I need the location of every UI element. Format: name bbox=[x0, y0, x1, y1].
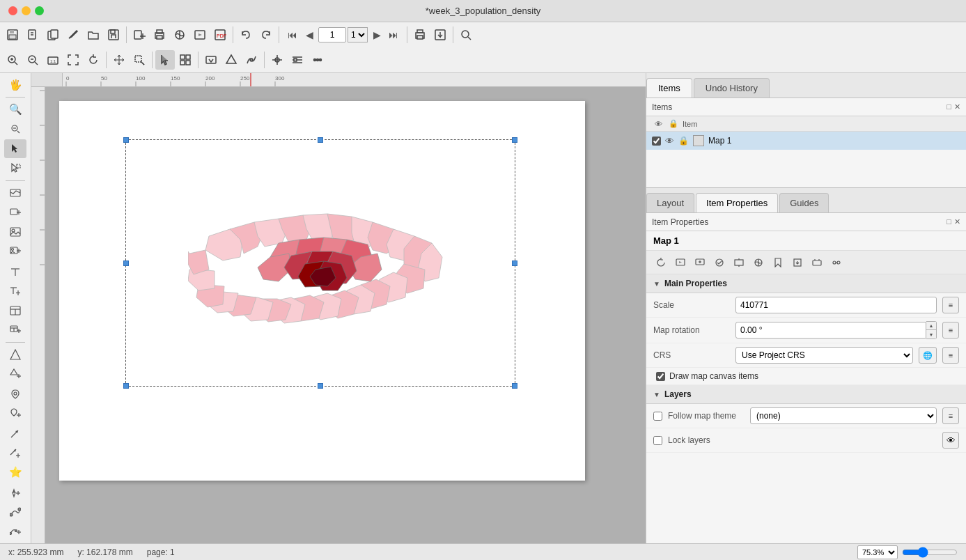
open-icon[interactable] bbox=[84, 25, 103, 45]
add-marker-tool[interactable] bbox=[4, 405, 26, 423]
arrow-tool[interactable] bbox=[4, 424, 26, 442]
main-properties-header[interactable]: ▼ Main Properties bbox=[646, 274, 966, 293]
ip-export-layer-btn[interactable] bbox=[788, 254, 807, 272]
north-arrow-tool[interactable]: ⭐ bbox=[4, 463, 26, 481]
ip-extra1-btn[interactable] bbox=[808, 254, 826, 272]
handle-bottom-left[interactable] bbox=[123, 383, 129, 389]
new-layout-icon[interactable] bbox=[23, 25, 42, 45]
add-map-tool[interactable] bbox=[4, 203, 26, 221]
hand-tool[interactable]: 🖐 bbox=[4, 76, 26, 94]
add-picture-tool[interactable] bbox=[4, 242, 26, 260]
table-tool[interactable] bbox=[4, 302, 26, 320]
handle-middle-right[interactable] bbox=[512, 260, 517, 266]
pan-icon[interactable] bbox=[109, 50, 129, 70]
zoom-rect-icon[interactable] bbox=[130, 50, 149, 70]
zoom-out-icon[interactable] bbox=[23, 50, 42, 70]
scale-input[interactable] bbox=[735, 297, 937, 313]
draw-canvas-checkbox[interactable] bbox=[656, 372, 665, 381]
zoom-actual-icon[interactable]: 1:1 bbox=[43, 50, 63, 70]
follow-theme-assign-btn[interactable]: ≡ bbox=[942, 407, 959, 424]
select-group-tool[interactable] bbox=[4, 160, 26, 178]
next-page-button[interactable]: ▶ bbox=[369, 27, 384, 42]
ip-add-map-btn[interactable] bbox=[691, 254, 709, 272]
prev-page-button[interactable]: ◀ bbox=[302, 27, 317, 42]
ip-expand-icon[interactable]: □ bbox=[946, 217, 951, 226]
print-icon[interactable] bbox=[150, 25, 169, 45]
saveas-icon[interactable] bbox=[104, 25, 123, 45]
refresh-icon[interactable] bbox=[84, 50, 103, 70]
add-table-tool[interactable] bbox=[4, 321, 26, 339]
page-number-input[interactable] bbox=[318, 27, 346, 42]
lock-layers-view-btn[interactable]: 👁 bbox=[942, 432, 959, 449]
undo-icon[interactable] bbox=[236, 25, 256, 45]
maximize-button[interactable] bbox=[35, 6, 44, 15]
handle-bottom-right[interactable] bbox=[512, 383, 517, 389]
add-map-icon[interactable] bbox=[201, 50, 221, 70]
scale-assign-btn[interactable]: ≡ bbox=[942, 297, 959, 313]
export-pdf-icon[interactable]: PDF bbox=[210, 25, 230, 45]
duplicate-icon[interactable] bbox=[43, 25, 63, 45]
zoom-mag-icon[interactable] bbox=[456, 25, 476, 45]
item-checkbox-map1[interactable] bbox=[652, 137, 661, 146]
add-north-arrow-tool[interactable] bbox=[4, 483, 26, 501]
atlas-preview-icon[interactable] bbox=[190, 25, 210, 45]
tab-items[interactable]: Items bbox=[646, 78, 692, 98]
handle-top-middle[interactable] bbox=[318, 137, 323, 143]
picture-tool[interactable] bbox=[4, 223, 26, 241]
print2-icon[interactable] bbox=[410, 25, 430, 45]
items-close-icon[interactable]: ✕ bbox=[954, 102, 960, 111]
zoom-select[interactable]: 75.3% 25% 50% 100% 150% 200% bbox=[857, 545, 898, 559]
close-button[interactable] bbox=[8, 6, 17, 15]
handle-top-right[interactable] bbox=[512, 137, 517, 143]
items-row-map1[interactable]: 👁 🔒 Map 1 bbox=[646, 132, 966, 150]
map-rotation-down[interactable]: ▼ bbox=[926, 330, 936, 339]
map-frame[interactable] bbox=[125, 139, 515, 387]
handle-bottom-middle[interactable] bbox=[318, 383, 323, 389]
marker-tool[interactable] bbox=[4, 384, 26, 403]
crs-select[interactable]: Use Project CRS bbox=[735, 347, 913, 364]
snap-icon[interactable] bbox=[267, 50, 287, 70]
first-page-button[interactable]: ⏮ bbox=[285, 27, 300, 42]
item-eye-map1[interactable]: 👁 bbox=[665, 136, 674, 146]
ip-close-icon[interactable]: ✕ bbox=[954, 217, 960, 226]
ip-refresh-btn[interactable] bbox=[652, 254, 670, 272]
add-shape-tool[interactable] bbox=[4, 365, 26, 383]
select-group-icon[interactable] bbox=[176, 50, 195, 70]
map-rotation-assign-btn[interactable]: ≡ bbox=[942, 322, 959, 339]
more-tools-icon[interactable] bbox=[308, 50, 327, 70]
ip-set-extent-btn[interactable] bbox=[730, 254, 748, 272]
add-node-icon[interactable] bbox=[242, 50, 261, 70]
ip-extra2-btn[interactable] bbox=[827, 254, 846, 272]
zoom-slider[interactable] bbox=[902, 547, 958, 557]
handle-top-left[interactable] bbox=[123, 137, 129, 143]
atlas-settings-icon[interactable] bbox=[170, 25, 189, 45]
crs-assign-btn[interactable]: ≡ bbox=[942, 347, 959, 364]
zoom-in-icon[interactable] bbox=[3, 50, 22, 70]
ip-preview-btn[interactable] bbox=[671, 254, 690, 272]
select-tool[interactable] bbox=[4, 139, 26, 157]
rename-icon[interactable] bbox=[63, 25, 83, 45]
tab-item-properties[interactable]: Item Properties bbox=[696, 193, 778, 212]
ip-highlight-btn[interactable] bbox=[710, 254, 729, 272]
align-icon[interactable] bbox=[288, 50, 307, 70]
add-shape-icon[interactable] bbox=[221, 50, 241, 70]
ip-scroll-area[interactable]: ▼ Main Properties Scale ≡ Map rotation ▲ bbox=[646, 274, 966, 453]
page-select[interactable]: 1 bbox=[348, 27, 368, 42]
follow-theme-select[interactable]: (none) bbox=[750, 407, 937, 424]
tab-guides[interactable]: Guides bbox=[779, 193, 829, 212]
zoom-fit-icon[interactable] bbox=[63, 50, 83, 70]
map-rotation-input[interactable] bbox=[735, 322, 926, 339]
ip-atlas-btn[interactable] bbox=[749, 254, 768, 272]
tab-undo-history[interactable]: Undo History bbox=[694, 78, 770, 98]
shape-tool[interactable] bbox=[4, 345, 26, 364]
map-tool[interactable] bbox=[4, 184, 26, 202]
add-text-tool[interactable] bbox=[4, 282, 26, 300]
follow-theme-checkbox[interactable] bbox=[653, 412, 662, 421]
items-expand-icon[interactable]: □ bbox=[946, 102, 951, 111]
tab-layout[interactable]: Layout bbox=[646, 193, 694, 212]
zoom-tool[interactable]: 🔍 bbox=[4, 100, 26, 118]
last-page-button[interactable]: ⏭ bbox=[386, 27, 401, 42]
export2-icon[interactable] bbox=[430, 25, 450, 45]
add-arrow-tool[interactable] bbox=[4, 444, 26, 462]
add-nodes-tool[interactable] bbox=[4, 522, 26, 540]
